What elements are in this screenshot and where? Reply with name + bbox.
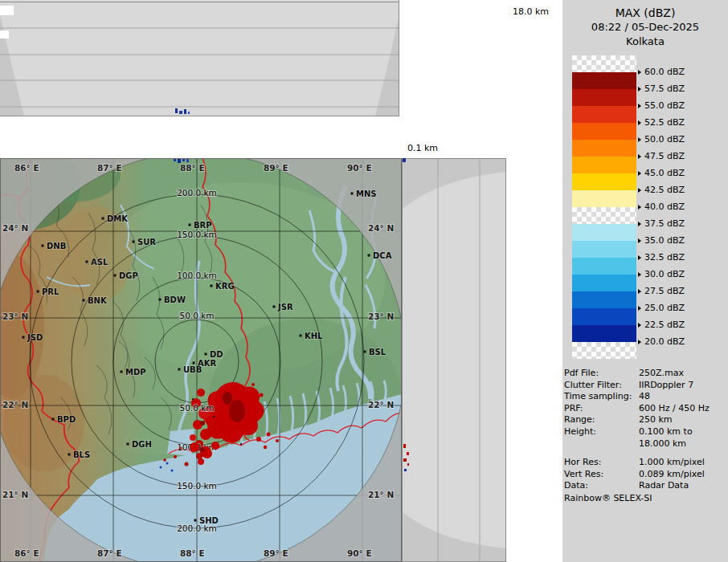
info-row: Range:250 km bbox=[564, 414, 726, 426]
side-projection-panel bbox=[402, 158, 506, 562]
range-ring-label: 200.0 km bbox=[177, 188, 217, 198]
city-marker bbox=[22, 336, 25, 339]
range-ring-label: 150.0 km bbox=[177, 230, 217, 239]
info-value: Radar Data bbox=[639, 480, 689, 492]
top-projection-plot bbox=[0, 0, 399, 116]
tick-text: 45.0 dBZ bbox=[644, 168, 685, 178]
tick-arrow-icon bbox=[638, 289, 641, 294]
city-marker bbox=[83, 299, 85, 302]
tick-text: 52.5 dBZ bbox=[644, 117, 685, 128]
colorbar-block bbox=[572, 308, 636, 325]
city-marker bbox=[86, 261, 88, 263]
city-marker bbox=[194, 519, 197, 522]
info-row: Time sampling:48 bbox=[564, 391, 726, 403]
tick-text: 47.5 dBZ bbox=[644, 151, 685, 161]
info-label: Vert Res: bbox=[564, 469, 639, 481]
tick-text: 20.0 dBZ bbox=[644, 336, 685, 347]
colorbar-block bbox=[572, 190, 636, 207]
colorbar-tick-label: 42.5 dBZ bbox=[638, 185, 685, 195]
info-row: Height:0.100 km to 18.000 km bbox=[564, 426, 726, 450]
city-label: BLS bbox=[73, 450, 90, 459]
info-label: Pdf File: bbox=[564, 368, 639, 380]
height-axis-min-label: 0.1 km bbox=[407, 143, 438, 153]
colorbar-tick-label: 47.5 dBZ bbox=[638, 151, 685, 161]
colorbar-block bbox=[572, 291, 636, 308]
city-marker bbox=[127, 443, 129, 446]
tick-arrow-icon bbox=[638, 120, 641, 125]
city-label: DGH bbox=[132, 440, 152, 449]
info-table: Pdf File:250Z.maxClutter Filter:IIRDoppl… bbox=[564, 368, 726, 492]
graticule-label: 24° N bbox=[368, 223, 394, 233]
colorbar-block bbox=[572, 157, 636, 173]
colorbar-tick-label: 27.5 dBZ bbox=[638, 286, 685, 296]
tick-arrow-icon bbox=[638, 323, 641, 328]
legend-colorbar bbox=[572, 55, 636, 359]
tick-arrow-icon bbox=[638, 340, 641, 344]
info-row: Hor Res:1.000 km/pixel bbox=[564, 457, 726, 469]
city-label: MDP bbox=[125, 368, 146, 377]
info-value: 250Z.max bbox=[639, 368, 684, 380]
city-label: PRL bbox=[42, 287, 59, 296]
info-value: 48 bbox=[639, 391, 650, 403]
tick-arrow-icon bbox=[638, 87, 641, 92]
tick-text: 40.0 dBZ bbox=[644, 202, 685, 212]
graticule-label: 87° E bbox=[97, 163, 122, 173]
colorbar-block bbox=[572, 106, 636, 123]
colorbar-block bbox=[572, 55, 636, 72]
city-label: BSL bbox=[369, 348, 386, 356]
info-value: 600 Hz / 450 Hz bbox=[639, 403, 710, 415]
product-title: MAX (dBZ) bbox=[562, 6, 728, 20]
city-marker bbox=[178, 369, 181, 371]
city-label: BDW bbox=[164, 295, 186, 304]
tick-text: 60.0 dBZ bbox=[644, 67, 685, 77]
city-label: MNS bbox=[356, 189, 377, 198]
city-label: ASL bbox=[91, 258, 108, 267]
colorbar-tick-label: 35.0 dBZ bbox=[638, 235, 685, 246]
range-ring-label: 50.0 km bbox=[179, 311, 214, 320]
info-label: Clutter Filter: bbox=[564, 380, 639, 392]
colorbar-block bbox=[572, 241, 636, 258]
legend-panel: MAX (dBZ) 08:22 / 05-Dec-2025 Kolkata 60… bbox=[562, 0, 728, 562]
info-label: Range: bbox=[564, 414, 639, 426]
graticule-label: 22° N bbox=[2, 400, 28, 409]
city-marker bbox=[368, 255, 370, 257]
graticule-label: 86° E bbox=[14, 548, 39, 558]
info-value: 250 km bbox=[639, 414, 673, 426]
tick-arrow-icon bbox=[638, 104, 641, 108]
tick-arrow-icon bbox=[638, 238, 641, 243]
city-label: BRP bbox=[194, 221, 212, 230]
tick-text: 50.0 dBZ bbox=[644, 134, 685, 145]
rainbow-footer: Rainbow® SELEX-SI bbox=[564, 493, 652, 503]
radar-application-window: 18.0 km 0.1 km bbox=[0, 0, 728, 562]
info-label: PRF: bbox=[564, 403, 639, 415]
city-marker bbox=[133, 241, 135, 243]
info-value: 0.089 km/pixel bbox=[639, 469, 705, 481]
tick-label-box bbox=[0, 6, 14, 15]
city-marker bbox=[114, 275, 117, 277]
tick-arrow-icon bbox=[638, 188, 641, 193]
colorbar-block bbox=[572, 123, 636, 140]
range-ring-label: 100.0 km bbox=[177, 271, 217, 280]
radar-map: 200.0 km150.0 km100.0 km50.0 km50.0 km10… bbox=[0, 158, 402, 562]
colorbar-tick-label: 57.5 dBZ bbox=[638, 83, 685, 94]
city-label: DCA bbox=[373, 251, 392, 260]
graticule-label: 23° N bbox=[368, 312, 394, 321]
info-label: Time sampling: bbox=[564, 391, 639, 403]
graticule-label: 89° E bbox=[264, 548, 288, 558]
info-label: Height: bbox=[564, 426, 639, 450]
legend-tick-labels: 60.0 dBZ57.5 dBZ55.0 dBZ52.5 dBZ50.0 dBZ… bbox=[638, 55, 728, 360]
station-name: Kolkata bbox=[562, 35, 728, 49]
info-value: 0.100 km to 18.000 km bbox=[639, 426, 693, 450]
city-marker bbox=[121, 371, 123, 373]
city-marker bbox=[42, 245, 44, 247]
graticule-label: 21° N bbox=[368, 490, 394, 499]
colorbar-block bbox=[572, 173, 636, 190]
city-label: SHD bbox=[199, 516, 219, 525]
city-marker bbox=[211, 285, 213, 287]
tick-text: 30.0 dBZ bbox=[644, 269, 685, 279]
city-marker bbox=[37, 291, 39, 293]
colorbar-block bbox=[572, 89, 636, 106]
range-ring-label: 50.0 km bbox=[179, 403, 214, 413]
graticule-label: 23° N bbox=[2, 312, 28, 321]
product-timestamp: 08:22 / 05-Dec-2025 bbox=[562, 20, 728, 35]
